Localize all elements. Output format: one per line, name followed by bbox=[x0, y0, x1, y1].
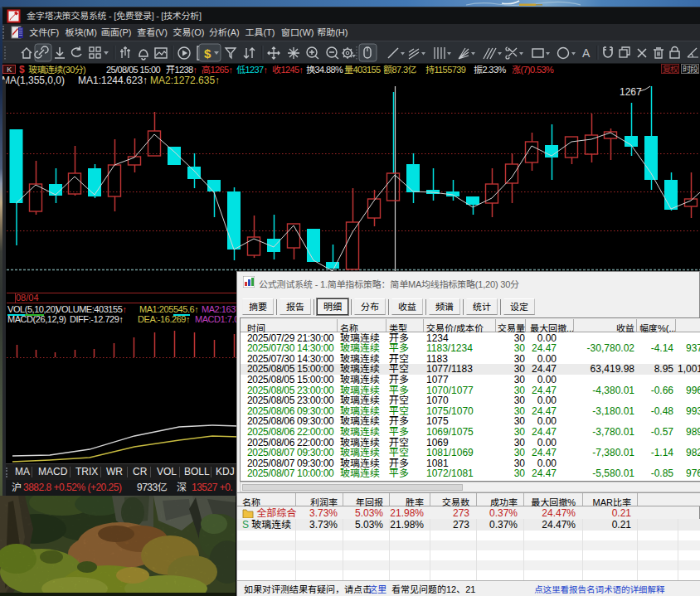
svg-text:A: A bbox=[582, 46, 591, 60]
svg-text:1267: 1267 bbox=[620, 86, 642, 98]
svg-text:$: $ bbox=[204, 46, 211, 61]
